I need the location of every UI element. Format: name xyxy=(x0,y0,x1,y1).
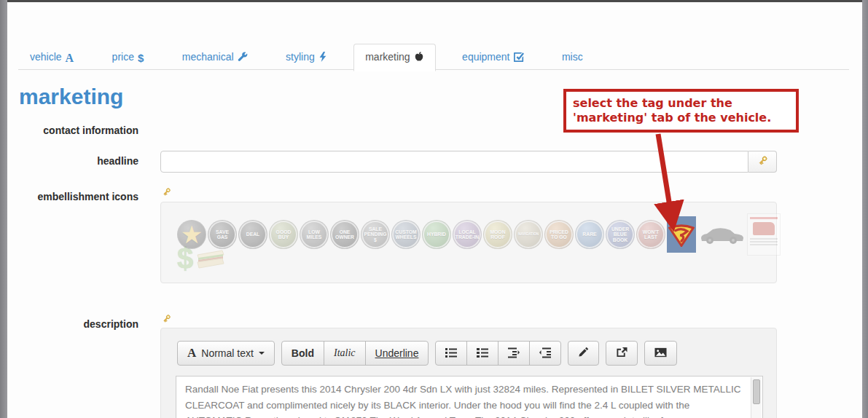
font-icon: A xyxy=(187,346,196,360)
unordered-list-button[interactable] xyxy=(435,341,467,366)
dollar-sign-icon[interactable]: $ xyxy=(177,244,193,273)
headline-input-group xyxy=(160,151,777,173)
black-car-image[interactable] xyxy=(697,220,746,249)
key-icon xyxy=(757,155,768,168)
description-label: description xyxy=(15,318,138,330)
low-miles-badge[interactable]: LOW MILES xyxy=(300,220,329,249)
rare-badge[interactable]: RARE xyxy=(575,220,604,249)
window-edge-right xyxy=(862,0,868,418)
embellishment-panel: ★SAVE GASDEALGOOD BUYLOW MILESONE OWNERS… xyxy=(160,202,777,283)
text-style-dropdown[interactable]: A Normal text xyxy=(177,341,275,366)
indent-icon xyxy=(539,347,551,360)
headline-label: headline xyxy=(15,155,138,167)
pencil-button[interactable] xyxy=(568,341,599,366)
wont-last-badge[interactable]: WON'T LAST xyxy=(636,220,665,249)
list-ul-icon xyxy=(445,347,457,360)
headline-key-button[interactable] xyxy=(748,151,777,173)
sale-pending-badge[interactable]: SALE PENDING $ xyxy=(361,220,390,249)
embellishment-icons-label: embellishment icons xyxy=(15,191,138,202)
underline-button[interactable]: Underline xyxy=(365,341,429,366)
outdent-button[interactable] xyxy=(498,341,530,366)
tab-equipment[interactable]: equipment xyxy=(450,44,535,71)
under-blue-book-badge[interactable]: UNDER BLUE BOOK xyxy=(606,220,635,249)
check-square-icon xyxy=(514,52,524,64)
description-text-area[interactable]: Randall Noe Fiat presents this 2014 Chry… xyxy=(176,376,763,418)
window-edge-top xyxy=(0,0,868,2)
window-edge-left xyxy=(0,0,7,418)
hybrid-badge[interactable]: HYBRID xyxy=(422,220,451,249)
font-a-icon: A xyxy=(66,52,74,65)
indent-button[interactable] xyxy=(529,341,561,366)
navigation-badge[interactable]: NAVIGATION xyxy=(514,220,543,249)
one-owner-badge[interactable]: ONE OWNER xyxy=(330,220,359,249)
scrollbar-thumb[interactable] xyxy=(753,379,760,404)
apple-icon xyxy=(414,51,424,64)
ordered-list-button[interactable] xyxy=(466,341,498,366)
outdent-icon xyxy=(508,347,520,360)
local-trade-in-badge[interactable]: LOCAL TRADE-IN xyxy=(453,220,482,249)
custom-wheels-badge[interactable]: CUSTOM WHEELS xyxy=(391,220,421,249)
deal-badge[interactable]: DEAL xyxy=(238,220,267,249)
priced-to-go-badge[interactable]: PRICED TO GO xyxy=(544,220,574,249)
page-title: marketing xyxy=(19,84,123,109)
superman-logo[interactable] xyxy=(667,216,696,253)
description-key-icon[interactable] xyxy=(162,313,171,326)
good-buy-badge[interactable]: GOOD BUY xyxy=(269,220,298,249)
dollar-icon: $ xyxy=(138,52,144,64)
bold-button[interactable]: Bold xyxy=(281,341,324,366)
bolt-icon xyxy=(318,52,327,64)
pencil-icon xyxy=(578,347,589,360)
description-scrollbar[interactable] xyxy=(751,377,762,418)
description-editor-panel: A Normal text Bold Italic Underline Rand… xyxy=(160,328,777,418)
sandwich-image[interactable] xyxy=(195,246,225,271)
chevron-down-icon xyxy=(259,352,265,355)
share-arrow-icon xyxy=(616,347,627,360)
description-text[interactable]: Randall Noe Fiat presents this 2014 Chry… xyxy=(176,376,751,418)
italic-button[interactable]: Italic xyxy=(324,341,366,366)
export-button[interactable] xyxy=(606,341,638,366)
moon-roof-badge[interactable]: MOON ROOF xyxy=(483,220,512,249)
tab-styling[interactable]: styling xyxy=(274,44,339,71)
contact-information-label: contact information xyxy=(15,125,138,136)
editor-toolbar: A Normal text Bold Italic Underline xyxy=(177,341,684,366)
embellishment-row-1: ★SAVE GASDEALGOOD BUYLOW MILESONE OWNERS… xyxy=(177,213,782,256)
vehicle-flyer-image[interactable] xyxy=(747,213,781,256)
annotation-box: select the tag under the 'marketing' tab… xyxy=(563,89,799,133)
tab-marketing[interactable]: marketing xyxy=(353,44,435,71)
insert-image-button[interactable] xyxy=(644,341,677,366)
list-ol-icon xyxy=(477,347,488,360)
image-icon xyxy=(654,347,667,360)
wrench-icon xyxy=(238,52,248,64)
embellishment-row-2: $ xyxy=(177,244,227,273)
embellishment-key-icon[interactable] xyxy=(162,186,171,200)
tab-mechanical[interactable]: mechanical xyxy=(171,44,259,71)
tab-bar: vehicleA price$ mechanical styling marke… xyxy=(18,44,849,70)
tab-price[interactable]: price$ xyxy=(101,44,156,71)
tab-misc[interactable]: misc xyxy=(550,44,595,70)
tab-vehicle[interactable]: vehicleA xyxy=(18,44,85,72)
headline-input[interactable] xyxy=(160,151,748,173)
